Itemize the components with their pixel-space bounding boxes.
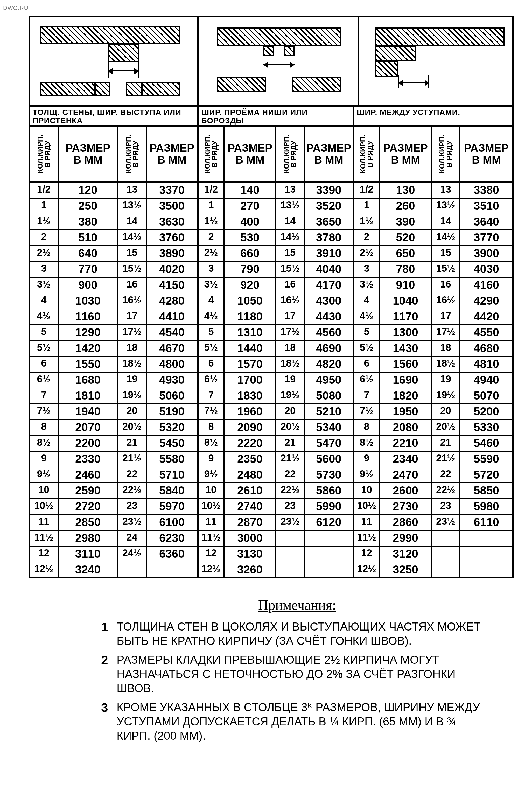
table-cell: 12 — [354, 547, 380, 562]
table-row: 10259022½584010261022½586010260022½5850 — [30, 483, 512, 499]
table-cell: 1440 — [225, 341, 276, 356]
table-cell: 1950 — [380, 404, 432, 419]
table-cell — [305, 547, 354, 562]
table-cell: 4820 — [305, 357, 354, 372]
col-head-size: РАЗМЕР В ММ — [149, 142, 194, 166]
table-cell: 5 — [354, 325, 380, 340]
table-cell: 18½ — [432, 357, 460, 372]
table-cell: 10½ — [199, 499, 225, 514]
table-cell: 23½ — [118, 515, 147, 530]
table-cell: 4930 — [147, 373, 199, 388]
table-cell: 8 — [354, 420, 380, 435]
table-cell: 780 — [380, 262, 432, 277]
table-cell: 5730 — [305, 467, 354, 482]
col-head-kol: КОЛ.КИРП. В РЯДУ — [37, 134, 51, 173]
table-cell: 7 — [30, 388, 59, 403]
table-cell: 11½ — [199, 531, 225, 546]
table-cell: 17½ — [118, 325, 147, 340]
table-cell: 6230 — [147, 531, 199, 546]
table-cell: 21 — [118, 436, 147, 451]
table-cell: 3500 — [147, 199, 199, 214]
table-row: 5½14201846705½14401846905½1430184680 — [30, 341, 512, 357]
table-cell: 5600 — [305, 452, 354, 467]
table-cell: 8½ — [354, 436, 380, 451]
table-cell: 1810 — [59, 388, 118, 403]
table-cell: 23½ — [276, 515, 305, 530]
table-row: 10½272023597010½274023599010½2730235980 — [30, 499, 512, 515]
table-row: 8½22002154508½22202154708½2210215460 — [30, 436, 512, 452]
table-cell: 3110 — [59, 547, 118, 562]
table-cell: 12 — [30, 547, 59, 562]
table-cell: 5½ — [354, 341, 380, 356]
table-cell: 4280 — [147, 293, 199, 308]
table-cell: 15 — [276, 246, 305, 261]
table-cell: 2870 — [225, 515, 276, 530]
table-cell: 2090 — [225, 420, 276, 435]
table-cell: 4550 — [460, 325, 512, 340]
col-head-size: РАЗМЕР В ММ — [66, 142, 110, 166]
table-cell: 14½ — [118, 230, 147, 245]
table-cell: 1½ — [30, 214, 59, 230]
table-cell: 15 — [432, 246, 460, 261]
table-cell: 5860 — [305, 483, 354, 498]
table-cell: 20½ — [432, 420, 460, 435]
table-cell: 2350 — [225, 452, 276, 467]
table-cell: 15½ — [118, 262, 147, 277]
table-cell: 2340 — [380, 452, 432, 467]
table-cell: 1550 — [59, 357, 118, 372]
table-cell: 2590 — [59, 483, 118, 498]
main-frame: ТОЛЩ. СТЕНЫ, ШИР. ВЫСТУПА ИЛИ ПРИСТЕНКА … — [29, 16, 514, 578]
table-cell: 14½ — [432, 230, 460, 245]
table-cell: 5720 — [460, 467, 512, 482]
table-cell: 7½ — [199, 404, 225, 419]
table-cell: 9½ — [30, 467, 59, 482]
table-cell: 3380 — [460, 183, 512, 198]
column-headers-row: КОЛ.КИРП. В РЯДУ РАЗМЕР В ММ КОЛ.КИРП. В… — [30, 127, 512, 183]
table-cell: 6½ — [354, 373, 380, 388]
table-cell: 23 — [276, 499, 305, 514]
table-cell: 18 — [118, 341, 147, 356]
section-title-3: ШИР. МЕЖДУ УСТУПАМИ. — [354, 106, 512, 126]
table-cell: 2 — [30, 230, 59, 245]
table-cell: 7 — [199, 388, 225, 403]
table-cell: 4950 — [305, 373, 354, 388]
table-cell: 120 — [59, 183, 118, 198]
table-cell: 6120 — [305, 515, 354, 530]
table-cell: 12 — [199, 547, 225, 562]
table-cell: 4540 — [147, 325, 199, 340]
table-cell: 910 — [380, 278, 432, 293]
table-cell: 2860 — [380, 515, 432, 530]
table-cell: 19 — [276, 373, 305, 388]
table-cell: 4810 — [460, 357, 512, 372]
table-cell: 22 — [118, 467, 147, 482]
table-cell: 390 — [380, 214, 432, 230]
table-cell: 5080 — [305, 388, 354, 403]
table-cell: 5450 — [147, 436, 199, 451]
table-cell: 6 — [30, 357, 59, 372]
diagram-opening-width — [199, 17, 359, 105]
table-cell: 1830 — [225, 388, 276, 403]
table-cell: 5210 — [305, 404, 354, 419]
table-cell: 1030 — [59, 293, 118, 308]
table-cell: 2½ — [354, 246, 380, 261]
table-cell: 1/2 — [30, 183, 59, 198]
note-text: Кроме указанных в столбце 3ᵏ размеров, ш… — [117, 701, 480, 742]
table-cell: 11 — [30, 515, 59, 530]
table-cell: 2730 — [380, 499, 432, 514]
table-cell: 2070 — [59, 420, 118, 435]
table-cell: 6 — [354, 357, 380, 372]
table-cell: 4040 — [305, 262, 354, 277]
table-cell — [460, 531, 512, 546]
table-row: 1/21201333701/21401333901/2130133380 — [30, 183, 512, 199]
table-cell: 4½ — [354, 309, 380, 324]
table-cell: 4680 — [460, 341, 512, 356]
table-cell — [118, 562, 147, 577]
table-row: 6½16801949306½17001949506½1690194940 — [30, 373, 512, 388]
table-cell: 650 — [380, 246, 432, 261]
table-cell: 130 — [380, 183, 432, 198]
table-cell: 11½ — [30, 531, 59, 546]
table-cell: 510 — [59, 230, 118, 245]
table-cell: 9 — [354, 452, 380, 467]
table-cell: 270 — [225, 199, 276, 214]
table-cell: 22½ — [276, 483, 305, 498]
